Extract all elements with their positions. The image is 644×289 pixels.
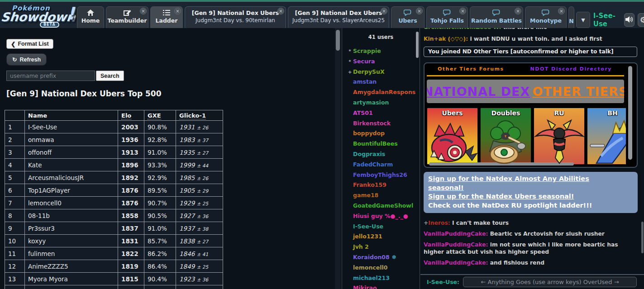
refresh-button[interactable]: ↻ Refresh: [6, 53, 47, 66]
close-icon[interactable]: ×: [416, 8, 423, 14]
player-name-cell[interactable]: Myora Myora: [25, 273, 118, 285]
userlist-item[interactable]: FadedCharm: [342, 160, 420, 170]
chat-username[interactable]: Ineros:: [428, 220, 450, 226]
username-prefix-input[interactable]: [6, 71, 95, 81]
glicko-cell: 1838 ± 27: [176, 235, 223, 247]
userlist-item[interactable]: Dogpraxis: [342, 149, 420, 160]
userlist-item[interactable]: Koraidon08 ❄: [342, 252, 420, 263]
ladder-scrollbar[interactable]: [335, 28, 341, 289]
room-tab-ubers[interactable]: Ubers ×: [391, 6, 425, 28]
player-name-cell[interactable]: 08-11b: [25, 209, 118, 222]
userlist-item[interactable]: amstan: [342, 77, 420, 87]
chat-message: +Ineros: I can't make tours: [420, 220, 639, 227]
battle-tab-1[interactable]: [Gen 9] National Dex Ubers Judgm3nt Day …: [185, 6, 286, 28]
discord-directory-link[interactable]: NDOT Discord Directory: [530, 66, 612, 72]
announcement-line[interactable]: Sign up for the Natdex Ubers seasonal!: [428, 192, 625, 201]
player-name-cell[interactable]: ArceusmaliciousJR: [25, 171, 118, 184]
userlist-item[interactable]: lemoncell0: [342, 263, 420, 273]
user-name: ATS01: [353, 109, 373, 116]
ladder-row: 2 onmawa 1936 92.8% 1983 ± 37: [5, 133, 223, 146]
battle-tab-2[interactable]: [Gen 9] National Dex Ubers Judgm3nt Day …: [288, 6, 389, 28]
rank-cell: 4: [5, 159, 25, 171]
player-name-cell[interactable]: fulinmen: [25, 247, 118, 260]
tab-overflow-dropdown[interactable]: ▼: [576, 12, 590, 28]
rank-symbol: +: [347, 67, 353, 78]
userlist-item[interactable]: artymasion: [342, 98, 420, 108]
userlist-item[interactable]: Hiusi guy %●_._●: [342, 211, 420, 222]
rank-cell: 11: [5, 247, 25, 260]
player-name-cell[interactable]: Top1AGPlayer: [25, 184, 118, 197]
chat-scrollbar-thumb[interactable]: [641, 222, 644, 253]
userlist-item[interactable]: game18: [342, 190, 420, 201]
search-button[interactable]: Search: [96, 71, 124, 81]
tier-card-ubers[interactable]: Ubers: [427, 108, 478, 165]
chat-username[interactable]: VanillaPuddingCake:: [424, 231, 488, 237]
room-tab-monotype[interactable]: Monotype ×: [525, 6, 567, 28]
other-tiers-link[interactable]: OTHER TIERS: [532, 85, 624, 99]
announcement-line[interactable]: Sign up for the Natdex Almost Any Abilit…: [428, 175, 625, 192]
close-icon[interactable]: ×: [381, 8, 387, 14]
close-icon[interactable]: ×: [174, 8, 181, 14]
userlist-item[interactable]: AmygdalanRespons: [342, 87, 420, 98]
room-tab-random-battles[interactable]: Random Battles ×: [470, 6, 523, 28]
userlist-item[interactable]: Franko159: [342, 180, 420, 190]
player-name-cell[interactable]: Kate: [25, 159, 118, 171]
sound-button[interactable]: [624, 13, 635, 27]
userlist-item[interactable]: jello1231: [342, 232, 420, 242]
player-name-cell[interactable]: offonoff: [25, 146, 118, 159]
player-name-cell[interactable]: I-See-Use: [25, 121, 118, 133]
userlist-item[interactable]: michael213: [342, 273, 420, 284]
userlist-item[interactable]: +DerpySuX: [342, 67, 420, 77]
elo-column-header[interactable]: Elo: [118, 110, 144, 121]
gxe-column-header[interactable]: GXE: [144, 110, 176, 121]
userlist-item[interactable]: Birkenstock: [342, 118, 420, 129]
close-icon[interactable]: ×: [459, 8, 466, 14]
userlist-item[interactable]: BountifulBees: [342, 139, 420, 149]
userlist-item[interactable]: ATS01: [342, 108, 420, 118]
chat-message: VanillaPuddingCake: im not sure which i …: [420, 242, 639, 256]
player-name-cell[interactable]: onmawa: [25, 133, 118, 146]
rillaboom-art: [481, 119, 531, 165]
room-tab-clipped[interactable]: N: [568, 6, 574, 28]
tier-card-bh[interactable]: BH: [587, 108, 626, 165]
tab-home[interactable]: Home: [77, 6, 104, 28]
userlist-scrollbar-thumb[interactable]: [416, 32, 419, 58]
tab-teambuilder[interactable]: Teambuilder ×: [106, 6, 148, 28]
national-dex-link[interactable]: NATIONAL DEX: [427, 85, 530, 99]
banner-vertical-scrollbar[interactable]: [628, 66, 632, 160]
close-icon[interactable]: ×: [558, 8, 565, 14]
scrollbar-thumb[interactable]: [336, 30, 340, 51]
player-name-cell[interactable]: Shotgunsf: [25, 285, 118, 289]
tab-ladder[interactable]: Ladder ×: [150, 6, 183, 28]
chat-username[interactable]: VanillaPuddingCake:: [424, 260, 488, 266]
current-username[interactable]: I-See-Use: [593, 12, 621, 28]
userlist-item[interactable]: Mikirao: [342, 283, 420, 289]
settings-button[interactable]: ⚙: [638, 13, 644, 27]
room-tab-tohjo-falls[interactable]: Tohjo Falls ×: [426, 6, 468, 28]
tier-card-ru[interactable]: RU: [534, 108, 585, 165]
player-name-cell[interactable]: lemoncell0: [25, 197, 118, 209]
chat-username[interactable]: Kin+ak (◇▽◇):: [424, 36, 468, 42]
userlist-item[interactable]: *Scrappie: [342, 46, 420, 57]
chat-username[interactable]: VanillaPuddingCake:: [424, 242, 488, 248]
close-icon[interactable]: ×: [277, 8, 284, 14]
tier-card-doubles[interactable]: Doubles: [480, 108, 531, 165]
close-icon[interactable]: ×: [515, 8, 521, 14]
close-icon[interactable]: ×: [140, 8, 147, 14]
chat-input[interactable]: [463, 277, 637, 287]
player-name-cell[interactable]: AnimeZZZZ5: [25, 260, 118, 273]
userlist-item[interactable]: GoatedGameShowl: [342, 201, 420, 211]
player-name-cell[interactable]: koxyy: [25, 235, 118, 247]
userlist-item[interactable]: *Secura: [342, 57, 420, 67]
userlist-count[interactable]: 41 users: [342, 34, 420, 40]
player-name-cell[interactable]: Pr3ssur3: [25, 222, 118, 235]
forums-link[interactable]: Other Tiers Forums: [438, 66, 504, 72]
userlist-item[interactable]: FemboyThighs26: [342, 170, 420, 180]
glicko-column-header[interactable]: Glicko-1: [176, 110, 223, 121]
userlist-item[interactable]: boppydop: [342, 128, 420, 139]
format-list-button[interactable]: ❮ Format List: [6, 39, 53, 49]
chat-username[interactable]: GrenchwentHomZeee W:: [424, 28, 501, 30]
showdown-logo[interactable]: Pokémon Showdown BETA !: [0, 3, 77, 28]
userlist-item[interactable]: Jvh 2: [342, 242, 420, 252]
userlist-item[interactable]: I-See-Use: [342, 222, 420, 232]
